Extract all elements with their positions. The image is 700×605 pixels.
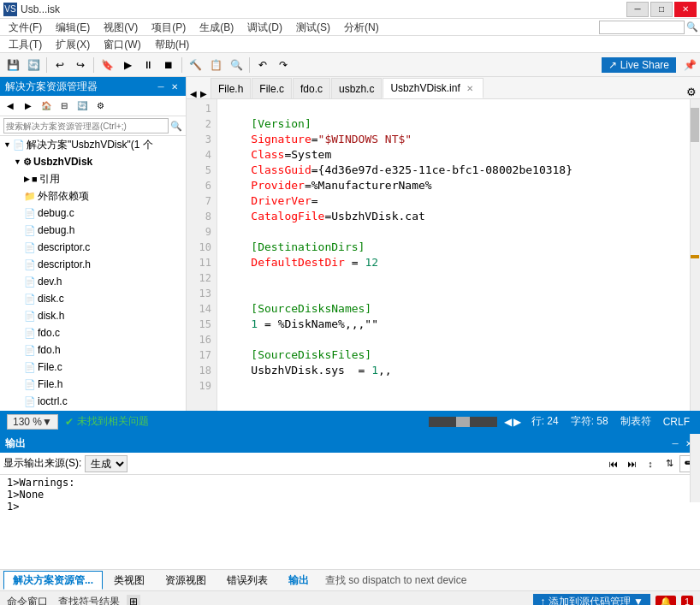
project-node[interactable]: ▼ ⚙ UsbzhVDisk bbox=[0, 153, 186, 170]
sidebar-close-icon[interactable]: ✕ bbox=[169, 80, 181, 92]
live-share-button[interactable]: ↗ Live Share bbox=[602, 57, 676, 73]
scroll-right-icon[interactable]: ▶ bbox=[513, 416, 521, 428]
tab-scroll-left[interactable]: ◀ bbox=[188, 89, 199, 98]
menu-project[interactable]: 项目(P) bbox=[145, 19, 193, 36]
editor-scrollbar-thumb[interactable] bbox=[691, 108, 699, 142]
file-disk-c[interactable]: 📄 disk.c bbox=[0, 290, 186, 307]
bottom-tab-output[interactable]: 输出 bbox=[279, 571, 318, 590]
sidebar-pin-icon[interactable]: ─ bbox=[155, 80, 167, 92]
toolbar-btn-1[interactable]: 💾 bbox=[3, 56, 22, 74]
sidebar-collapse-btn[interactable]: ⊟ bbox=[56, 98, 73, 115]
editor-scrollbar[interactable] bbox=[690, 99, 700, 411]
code-line-3: Signature="$WINDOWS NT$" bbox=[224, 132, 693, 147]
file-ioctrl-c[interactable]: 📄 ioctrl.c bbox=[0, 393, 186, 410]
sidebar-refresh-btn[interactable]: 🔄 bbox=[74, 98, 91, 115]
tab-fdo-c[interactable]: fdo.c bbox=[293, 78, 330, 98]
toolbar-btn-3[interactable]: ↩ bbox=[50, 56, 69, 74]
bottom-tab-find-extra[interactable]: 查找 so dispatch to next device bbox=[320, 573, 472, 588]
solution-node[interactable]: ▼ 📄 解决方案"UsbzhVDisk"(1 个 bbox=[0, 136, 186, 153]
file-ioctrl-h[interactable]: 📄 ioctrl.h bbox=[0, 410, 186, 411]
file-fdo-c[interactable]: 📄 fdo.c bbox=[0, 324, 186, 341]
menu-edit[interactable]: 编辑(E) bbox=[49, 19, 97, 36]
toolbar-btn-10[interactable]: 🔍 bbox=[227, 56, 246, 74]
sidebar-home-btn[interactable]: 🏠 bbox=[38, 98, 55, 115]
ext-deps-label: 外部依赖项 bbox=[38, 189, 89, 204]
source-control-button[interactable]: ↑ 添加到源代码管理 ▼ bbox=[533, 594, 650, 606]
bottom-tab-class-view[interactable]: 类视图 bbox=[104, 571, 154, 590]
toolbar-btn-4[interactable]: ↪ bbox=[71, 56, 90, 74]
tab-usbzhvdisk-inf-label: UsbzhVDisk.inf bbox=[390, 82, 460, 94]
file-debug-h[interactable]: 📄 debug.h bbox=[0, 222, 186, 239]
file-file-h[interactable]: 📄 File.h bbox=[0, 376, 186, 393]
toolbar-btn-12[interactable]: ↷ bbox=[274, 56, 293, 74]
sidebar-forward-btn[interactable]: ▶ bbox=[20, 98, 37, 115]
toolbar-btn-6[interactable]: ⏸ bbox=[139, 56, 157, 74]
menu-view[interactable]: 视图(V) bbox=[97, 19, 145, 36]
minimize-button[interactable]: ─ bbox=[626, 2, 649, 17]
editor-area: ◀ ▶ File.h File.c fdo.c usbzh.c UsbzhVDi… bbox=[187, 77, 700, 411]
file-descriptor-c[interactable]: 📄 descriptor.c bbox=[0, 239, 186, 256]
menu-build[interactable]: 生成(B) bbox=[193, 19, 240, 36]
menu-test[interactable]: 测试(S) bbox=[289, 19, 337, 36]
file-descriptor-h[interactable]: 📄 descriptor.h bbox=[0, 256, 186, 273]
toolbar-separator-1 bbox=[46, 57, 47, 73]
sidebar-search-input[interactable] bbox=[3, 118, 169, 133]
toolbar-btn-7[interactable]: ⏹ bbox=[159, 56, 178, 74]
search-input[interactable] bbox=[599, 21, 685, 34]
tab-usbzh-c[interactable]: usbzh.c bbox=[331, 78, 382, 98]
toolbar-btn-9[interactable]: 📋 bbox=[206, 56, 225, 74]
references-node[interactable]: ▶ ■ 引用 bbox=[0, 170, 186, 187]
output-source-select[interactable]: 生成 bbox=[85, 455, 128, 472]
tab-scroll-right[interactable]: ▶ bbox=[199, 89, 209, 98]
output-btn-4[interactable]: ⇅ bbox=[661, 455, 678, 472]
maximize-button[interactable]: □ bbox=[650, 2, 673, 17]
menu-extensions[interactable]: 扩展(X) bbox=[49, 36, 97, 53]
file-icon-12: 📄 bbox=[24, 396, 36, 407]
cmd-window-link[interactable]: 命令窗口 bbox=[7, 595, 48, 606]
status-ok-text: 未找到相关问题 bbox=[77, 414, 149, 429]
file-dev-h[interactable]: 📄 dev.h bbox=[0, 273, 186, 290]
scroll-left-icon[interactable]: ◀ bbox=[504, 416, 512, 428]
external-deps-node[interactable]: 📁 外部依赖项 bbox=[0, 187, 186, 205]
line-num-1: 1 bbox=[187, 101, 211, 116]
code-content[interactable]: [Version] Signature="$WINDOWS NT$" Class… bbox=[217, 99, 700, 411]
toolbar-btn-11[interactable]: ↶ bbox=[253, 56, 272, 74]
bottom-tab-error-list[interactable]: 错误列表 bbox=[217, 571, 277, 590]
tab-usbzhvdisk-inf[interactable]: UsbzhVDisk.inf ✕ bbox=[383, 78, 483, 98]
output-scrollbar[interactable] bbox=[690, 434, 700, 502]
tab-settings-icon[interactable]: ⚙ bbox=[686, 86, 697, 98]
tab-file-h[interactable]: File.h bbox=[211, 78, 251, 98]
output-btn-1[interactable]: ⏮ bbox=[604, 455, 621, 472]
file-file-c[interactable]: 📄 File.c bbox=[0, 359, 186, 376]
toolbar-btn-8[interactable]: 🔨 bbox=[186, 56, 205, 74]
tab-close-icon[interactable]: ✕ bbox=[464, 84, 476, 93]
zoom-control[interactable]: 130 % ▼ bbox=[7, 414, 58, 430]
sidebar-toolbar: ◀ ▶ 🏠 ⊟ 🔄 ⚙ bbox=[0, 96, 186, 116]
menu-window[interactable]: 窗口(W) bbox=[97, 36, 147, 53]
output-btn-2[interactable]: ⏭ bbox=[623, 455, 640, 472]
bottom-tab-solution-explorer[interactable]: 解决方案资源管... bbox=[3, 571, 103, 590]
file-debug-c[interactable]: 📄 debug.c bbox=[0, 205, 186, 222]
menu-help[interactable]: 帮助(H) bbox=[148, 36, 197, 53]
output-btn-3[interactable]: ↕ bbox=[642, 455, 659, 472]
bottom-tab-resource-view[interactable]: 资源视图 bbox=[156, 571, 216, 590]
menu-analyze[interactable]: 分析(N) bbox=[337, 19, 386, 36]
sidebar-settings-btn[interactable]: ⚙ bbox=[92, 98, 109, 115]
line-num-4: 4 bbox=[187, 147, 211, 163]
very-bottom-bar: 命令窗口 查找符号结果 ⊞ ↑ 添加到源代码管理 ▼ 🔔 1 bbox=[0, 590, 700, 605]
menu-file[interactable]: 文件(F) bbox=[2, 19, 49, 36]
file-fdo-h[interactable]: 📄 fdo.h bbox=[0, 341, 186, 359]
close-button[interactable]: ✕ bbox=[674, 2, 697, 17]
find-symbol-link[interactable]: 查找符号结果 bbox=[58, 595, 120, 606]
output-pin-icon[interactable]: ─ bbox=[669, 437, 681, 449]
menu-tools[interactable]: 工具(T) bbox=[2, 36, 49, 53]
toolbar-btn-5[interactable]: ▶ bbox=[118, 56, 137, 74]
sidebar-back-btn[interactable]: ◀ bbox=[2, 98, 19, 115]
pin-button[interactable]: 📌 bbox=[683, 58, 697, 72]
toolbar-btn-2[interactable]: 🔄 bbox=[24, 56, 43, 74]
file-disk-h[interactable]: 📄 disk.h bbox=[0, 307, 186, 324]
project-label: UsbzhVDisk bbox=[33, 156, 92, 168]
toolbar-btn-bookmark[interactable]: 🔖 bbox=[98, 56, 116, 74]
tab-file-c[interactable]: File.c bbox=[252, 78, 292, 98]
menu-debug[interactable]: 调试(D) bbox=[240, 19, 289, 36]
